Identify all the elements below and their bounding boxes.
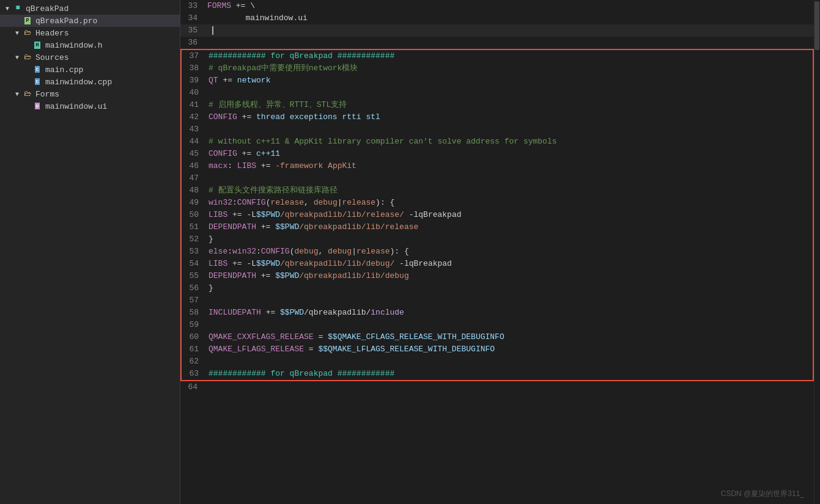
highlighted-section: 37############ for qBreakpad ###########… [180,49,814,381]
code-row-42: 42CONFIG += thread exceptions rtti stl [182,111,813,123]
line-content[interactable]: } [206,233,813,246]
line-content[interactable] [206,87,813,99]
sidebar-item-headers[interactable]: ▼🗁Headers [0,27,180,39]
tree-arrow[interactable]: ▼ [12,30,22,37]
line-content[interactable]: LIBS += -L$$PWD/qbreakpadlib/lib/release… [206,209,813,221]
tree-arrow[interactable]: ▼ [2,5,12,12]
line-number: 50 [182,209,206,221]
code-lines: 33FORMS += \34 mainwindow.ui35 36 37####… [180,0,814,393]
code-row-33: 33FORMS += \ [180,0,814,12]
line-number: 61 [182,343,206,356]
line-number: 36 [180,37,205,49]
line-content[interactable]: CONFIG += c++11 [206,148,813,160]
code-row-58: 58INCLUDEPATH += $$PWD/qbreakpadlib/incl… [182,307,813,319]
cursor [212,26,213,35]
line-content[interactable] [205,37,814,49]
code-editor[interactable]: 33FORMS += \34 mainwindow.ui35 36 37####… [180,0,814,504]
line-content[interactable]: ############ for qBreakpad ############ [206,50,813,62]
line-content[interactable]: # qBreakpad中需要使用到network模块 [206,62,813,75]
scrollbar-thumb[interactable] [814,1,819,50]
line-content[interactable]: } [206,282,813,294]
line-content[interactable]: # 启用多线程、异常、RTTI、STL支持 [206,99,813,111]
sidebar-item-root[interactable]: ▼■qBreakPad [0,2,180,15]
tree-arrow[interactable]: ▼ [12,54,22,61]
line-number: 58 [182,307,206,319]
line-number: 56 [182,282,206,294]
line-content[interactable]: win32:CONFIG(release, debug|release): { [206,197,813,209]
line-number: 55 [182,270,206,282]
line-content[interactable]: QT += network [206,75,813,87]
code-row-53: 53else:win32:CONFIG(debug, debug|release… [182,246,813,258]
sidebar-item-label: mainwindow.ui [45,102,107,111]
folder-icon: 🗁 [22,53,33,62]
sidebar-item-label: Forms [35,90,59,99]
line-content[interactable]: DEPENDPATH += $$PWD/qbreakpadlib/lib/rel… [206,221,813,233]
line-content[interactable] [206,172,813,184]
code-row-39: 39QT += network [182,75,813,87]
line-content[interactable]: LIBS += -L$$PWD/qbreakpadlib/lib/debug/ … [206,258,813,270]
line-content[interactable] [206,319,813,331]
sidebar-item-main_cpp[interactable]: Cmain.cpp [0,64,180,76]
sidebar-item-sources[interactable]: ▼🗁Sources [0,51,180,64]
code-row-41: 41# 启用多线程、异常、RTTI、STL支持 [182,99,813,111]
sidebar-item-mainwindow_cpp[interactable]: Cmainwindow.cpp [0,76,180,88]
sidebar-item-pro[interactable]: PqBreakPad.pro [0,15,180,27]
code-row-36: 36 [180,37,814,49]
line-content[interactable]: QMAKE_LFLAGS_RELEASE = $$QMAKE_LFLAGS_RE… [206,343,813,356]
code-row-44: 44# without c++11 & AppKit library compi… [182,136,813,148]
tree-arrow[interactable]: ▼ [12,91,22,98]
line-content[interactable] [205,381,814,393]
line-number: 43 [182,123,206,136]
line-content[interactable]: FORMS += \ [205,0,814,12]
line-content[interactable]: mainwindow.ui [205,12,814,24]
line-number: 33 [180,0,205,12]
line-number: 46 [182,160,206,172]
line-content[interactable] [206,294,813,307]
line-number: 57 [182,294,206,307]
line-content[interactable] [205,24,814,37]
line-number: 42 [182,111,206,123]
code-row-38: 38# qBreakpad中需要使用到network模块 [182,62,813,75]
folder-icon: 🗁 [22,28,33,38]
code-row-51: 51DEPENDPATH += $$PWD/qbreakpadlib/lib/r… [182,221,813,233]
code-row-60: 60QMAKE_CXXFLAGS_RELEASE = $$QMAKE_CFLAG… [182,331,813,343]
code-row-64: 64 [180,381,814,393]
line-number: 53 [182,246,206,258]
line-number: 47 [182,172,206,184]
line-content[interactable]: # 配置头文件搜索路径和链接库路径 [206,184,813,197]
line-content[interactable]: macx: LIBS += -framework AppKit [206,160,813,172]
code-row-45: 45CONFIG += c++11 [182,148,813,160]
line-number: 63 [182,368,206,380]
code-row-37: 37############ for qBreakpad ###########… [182,50,813,62]
scrollbar[interactable] [814,0,820,504]
watermark: CSDN @夏柒的世界311_ [721,489,804,499]
line-content[interactable]: else:win32:CONFIG(debug, debug|release):… [206,246,813,258]
code-row-34: 34 mainwindow.ui [180,12,814,24]
line-content[interactable]: INCLUDEPATH += $$PWD/qbreakpadlib/includ… [206,307,813,319]
line-content[interactable]: ############ for qBreakpad ############ [206,368,813,380]
line-number: 41 [182,99,206,111]
cpp-icon: C [32,65,43,75]
sidebar-item-forms[interactable]: ▼🗁Forms [0,88,180,100]
sidebar-item-mainwindow_ui[interactable]: Umainwindow.ui [0,100,180,112]
code-row-61: 61QMAKE_LFLAGS_RELEASE = $$QMAKE_LFLAGS_… [182,343,813,356]
line-content[interactable] [206,356,813,368]
line-content[interactable]: CONFIG += thread exceptions rtti stl [206,111,813,123]
line-number: 40 [182,87,206,99]
line-content[interactable]: QMAKE_CXXFLAGS_RELEASE = $$QMAKE_CFLAGS_… [206,331,813,343]
line-number: 60 [182,331,206,343]
cpp-icon: C [32,77,43,87]
code-row-56: 56} [182,282,813,294]
line-number: 51 [182,221,206,233]
line-content[interactable]: DEPENDPATH += $$PWD/qbreakpadlib/lib/deb… [206,270,813,282]
line-number: 37 [182,50,206,62]
code-row-63: 63############ for qBreakpad ###########… [182,368,813,380]
sidebar-item-mainwindow_h[interactable]: Hmainwindow.h [0,39,180,51]
code-row-35: 35 [180,24,814,37]
code-row-47: 47 [182,172,813,184]
line-content[interactable] [206,123,813,136]
line-number: 45 [182,148,206,160]
line-content[interactable]: # without c++11 & AppKit library compile… [206,136,813,148]
code-row-46: 46macx: LIBS += -framework AppKit [182,160,813,172]
line-number: 44 [182,136,206,148]
